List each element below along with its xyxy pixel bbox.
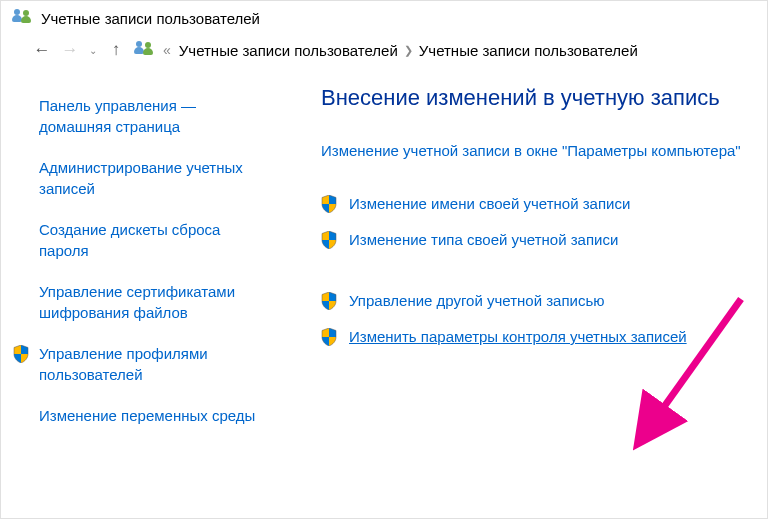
sidebar-item-label: Администрирование учетных записей (39, 157, 271, 199)
nav-forward-button: → (59, 39, 81, 61)
action-label: Изменение типа своей учетной записи (349, 229, 618, 252)
shield-icon (321, 326, 339, 353)
window-title: Учетные записи пользователей (41, 10, 260, 27)
sidebar-item-certificates[interactable]: Управление сертификатами шифрования файл… (39, 271, 271, 333)
shield-icon (321, 290, 339, 317)
shield-icon (321, 193, 339, 220)
nav-up-button[interactable]: ↑ (105, 39, 127, 61)
action-label: Управление другой учетной записью (349, 290, 605, 313)
action-change-type[interactable]: Изменение типа своей учетной записи (321, 224, 757, 261)
sidebar-item-profiles[interactable]: Управление профилями пользователей (13, 333, 271, 395)
sidebar-item-label: Создание дискеты сброса пароля (39, 219, 271, 261)
breadcrumb-item-2[interactable]: Учетные записи пользователей (419, 42, 638, 59)
breadcrumb-overflow[interactable]: « (161, 42, 173, 58)
shield-icon (321, 229, 339, 256)
sidebar-item-admin-accounts[interactable]: Администрирование учетных записей (39, 147, 271, 209)
action-change-name[interactable]: Изменение имени своей учетной записи (321, 188, 757, 225)
action-change-uac[interactable]: Изменить параметры контроля учетных запи… (321, 321, 757, 358)
breadcrumb-sep: ❯ (404, 44, 413, 57)
page-heading: Внесение изменений в учетную запись (321, 85, 757, 111)
sidebar-item-label: Управление сертификатами шифрования файл… (39, 281, 271, 323)
title-bar: Учетные записи пользователей (1, 1, 767, 35)
nav-history-dropdown[interactable]: ⌄ (87, 45, 99, 56)
sidebar-item-label: Управление профилями пользователей (39, 343, 271, 385)
sidebar-item-label: Изменение переменных среды (39, 405, 271, 426)
sidebar-item-label: Панель управления — домашняя страница (39, 95, 271, 137)
sidebar: Панель управления — домашняя страница Ад… (1, 85, 291, 436)
main-panel: Внесение изменений в учетную запись Изме… (291, 85, 767, 436)
action-label: Изменение имени своей учетной записи (349, 193, 630, 216)
sidebar-item-home[interactable]: Панель управления — домашняя страница (39, 85, 271, 147)
shield-icon (13, 343, 31, 368)
sidebar-item-reset-disk[interactable]: Создание дискеты сброса пароля (39, 209, 271, 271)
nav-bar: ← → ⌄ ↑ « Учетные записи пользователей ❯… (1, 35, 767, 71)
content-area: Панель управления — домашняя страница Ад… (1, 71, 767, 436)
action-manage-other[interactable]: Управление другой учетной записью (321, 285, 757, 322)
breadcrumb-item-1[interactable]: Учетные записи пользователей (179, 42, 398, 59)
nav-back-button[interactable]: ← (31, 39, 53, 61)
action-change-in-settings[interactable]: Изменение учетной записи в окне "Парамет… (321, 135, 741, 168)
action-label: Изменить параметры контроля учетных запи… (349, 326, 687, 349)
users-icon (13, 9, 33, 27)
breadcrumb: « Учетные записи пользователей ❯ Учетные… (135, 41, 638, 59)
sidebar-item-env-vars[interactable]: Изменение переменных среды (39, 395, 271, 436)
action-label: Изменение учетной записи в окне "Парамет… (321, 140, 741, 163)
users-icon (135, 41, 155, 59)
